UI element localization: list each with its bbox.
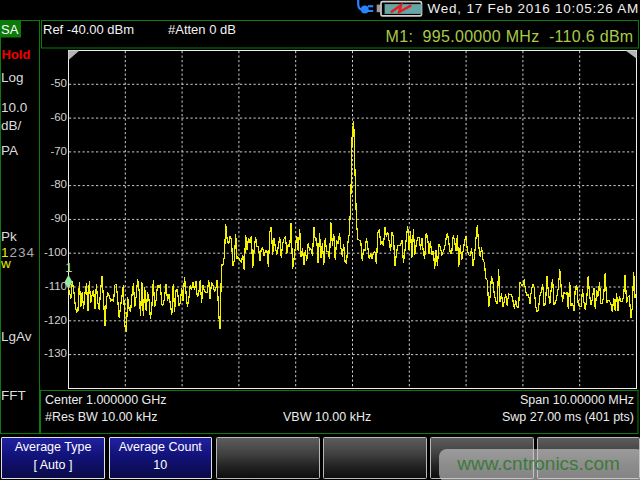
svg-text:1: 1: [65, 260, 72, 275]
